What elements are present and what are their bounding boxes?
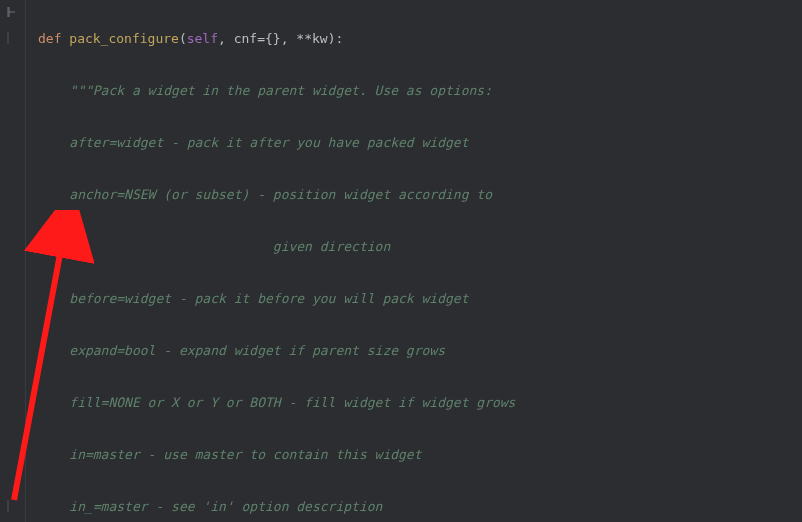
code-editor: def pack_configure(self, cnf={}, **kw): … <box>0 0 802 522</box>
keyword-def: def <box>38 31 61 46</box>
fold-toggle-icon[interactable] <box>6 500 18 512</box>
code-area[interactable]: def pack_configure(self, cnf={}, **kw): … <box>26 0 570 522</box>
docstring-line: after=widget - pack it after you have pa… <box>69 135 468 150</box>
docstring-line: given direction <box>69 239 390 254</box>
code-line: in=master - use master to contain this w… <box>38 442 570 468</box>
paren: ( <box>179 31 187 46</box>
gutter <box>0 0 26 522</box>
docstring-line: in=master - use master to contain this w… <box>69 447 421 462</box>
code-line: after=widget - pack it after you have pa… <box>38 130 570 156</box>
code-line: def pack_configure(self, cnf={}, **kw): <box>38 26 570 52</box>
docstring-line: before=widget - pack it before you will … <box>69 291 468 306</box>
function-name: pack_configure <box>69 31 179 46</box>
docstring-line: in_=master - see 'in' option description <box>69 499 382 514</box>
docstring-line: """Pack a widget in the parent widget. U… <box>69 83 492 98</box>
code-line: anchor=NSEW (or subset) - position widge… <box>38 182 570 208</box>
param-self: self <box>187 31 218 46</box>
docstring-line: anchor=NSEW (or subset) - position widge… <box>69 187 492 202</box>
code-line: before=widget - pack it before you will … <box>38 286 570 312</box>
code-line: fill=NONE or X or Y or BOTH - fill widge… <box>38 390 570 416</box>
docstring-line: expand=bool - expand widget if parent si… <box>69 343 445 358</box>
param-kw: kw <box>312 31 328 46</box>
code-line: expand=bool - expand widget if parent si… <box>38 338 570 364</box>
docstring-line: fill=NONE or X or Y or BOTH - fill widge… <box>69 395 515 410</box>
fold-toggle-icon[interactable] <box>6 6 18 18</box>
code-line: given direction <box>38 234 570 260</box>
fold-toggle-icon[interactable] <box>6 32 18 44</box>
code-line: """Pack a widget in the parent widget. U… <box>38 78 570 104</box>
param-cnf: cnf <box>234 31 257 46</box>
code-line: in_=master - see 'in' option description <box>38 494 570 520</box>
